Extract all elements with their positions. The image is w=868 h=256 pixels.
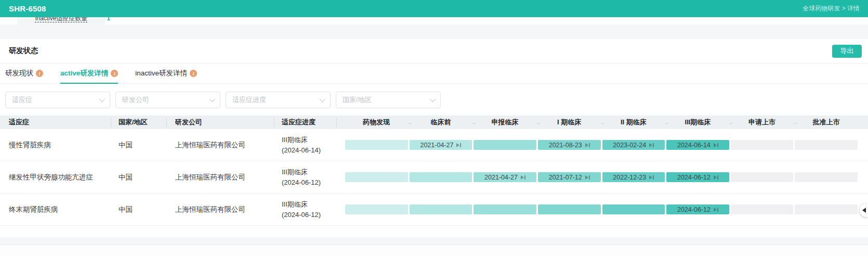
placeholder: 适应症进度 bbox=[232, 95, 266, 105]
stage-col-label: 药物发现 bbox=[363, 118, 390, 127]
step-forward-icon bbox=[649, 143, 654, 147]
stage-bar: 2021-04-272021-08-232023-02-242024-06-14 bbox=[337, 129, 868, 161]
clipped-value-fragment: 1 bbox=[107, 17, 110, 22]
play-bar bbox=[589, 175, 590, 180]
breadcrumb[interactable]: 全球药物研发 > 详情 bbox=[803, 4, 860, 13]
stage-date: 2021-04-27 bbox=[420, 142, 453, 149]
col-header-company: 研发公司 bbox=[167, 116, 274, 129]
stage-col-label: I 期临床 bbox=[557, 118, 581, 127]
play-triangle bbox=[585, 143, 588, 147]
play-bar bbox=[524, 175, 525, 180]
progress-date-text: (2024-06-12) bbox=[282, 210, 337, 220]
play-bar bbox=[653, 143, 654, 147]
stage-col-header: 药物发现→ bbox=[345, 116, 408, 129]
company-filter-select[interactable]: 研发公司 bbox=[115, 92, 220, 108]
stage-col-label: II 期临床 bbox=[621, 118, 647, 127]
country-cell: 中国 bbox=[111, 140, 167, 150]
play-triangle bbox=[585, 175, 588, 180]
stage-empty-segment bbox=[731, 204, 794, 214]
stage-progress-segment[interactable]: 2024-06-14 bbox=[666, 140, 729, 150]
stage-progress-segment bbox=[345, 204, 408, 214]
stage-date: 2021-08-23 bbox=[549, 142, 582, 149]
step-forward-icon bbox=[649, 175, 654, 180]
chevron-down-icon bbox=[320, 96, 325, 102]
stage-empty-segment bbox=[731, 140, 794, 150]
stage-progress-segment[interactable]: 2021-04-27 bbox=[474, 172, 536, 182]
info-icon[interactable]: i bbox=[190, 70, 197, 77]
indication-filter-select[interactable]: 适应症 bbox=[5, 92, 110, 108]
play-triangle bbox=[714, 175, 717, 180]
stage-columns-header: 药物发现→临床前→申报临床→I 期临床→II 期临床→III期临床→申请上市→批… bbox=[337, 116, 868, 129]
top-header-bar: SHR-6508 全球药物研发 > 详情 bbox=[0, 0, 868, 17]
stage-progress-segment[interactable]: 2022-12-23 bbox=[602, 172, 665, 182]
info-icon[interactable]: i bbox=[36, 70, 43, 77]
stage-date: 2023-02-24 bbox=[613, 142, 646, 149]
scrolled-card-remnant: inactive适应症数量 1 bbox=[0, 17, 868, 24]
play-triangle bbox=[714, 208, 717, 212]
stage-progress-segment bbox=[410, 172, 472, 182]
play-triangle bbox=[521, 175, 524, 180]
tab-rd-overview[interactable]: 研发现状 i bbox=[5, 63, 43, 83]
step-forward-icon bbox=[714, 208, 718, 212]
col-header-progress: 适应症进度 bbox=[274, 116, 337, 129]
tab-active-rd-details[interactable]: active研发详情 i bbox=[60, 63, 118, 83]
step-forward-icon bbox=[714, 143, 718, 147]
stage-empty-segment bbox=[795, 172, 858, 182]
stage-progress-segment[interactable]: 2021-07-12 bbox=[538, 172, 601, 182]
play-bar bbox=[653, 175, 654, 180]
drug-title: SHR-6508 bbox=[9, 4, 46, 13]
info-icon[interactable]: i bbox=[111, 70, 118, 77]
stage-progress-segment[interactable]: 2021-08-23 bbox=[538, 140, 601, 150]
stage-progress-segment[interactable]: 2024-06-12 bbox=[666, 172, 729, 182]
step-forward-icon bbox=[714, 175, 718, 180]
stage-progress-segment[interactable]: 2021-04-27 bbox=[410, 140, 472, 150]
play-bar bbox=[460, 143, 461, 147]
table-header-row: 适应症 国家/地区 研发公司 适应症进度 药物发现→临床前→申报临床→I 期临床… bbox=[0, 116, 868, 129]
stage-progress-segment bbox=[602, 204, 665, 214]
play-bar bbox=[589, 143, 590, 147]
stage-bar: 2024-06-12 bbox=[337, 194, 868, 225]
progress-date-text: (2024-06-12) bbox=[282, 177, 337, 188]
chevron-down-icon bbox=[430, 96, 436, 102]
country-cell: 中国 bbox=[111, 173, 167, 182]
stage-empty-segment bbox=[795, 140, 858, 150]
clipped-label: inactive适应症数量 bbox=[17, 17, 106, 23]
stage-progress-segment bbox=[474, 140, 536, 150]
stage-date: 2024-06-14 bbox=[677, 142, 711, 149]
step-forward-icon bbox=[456, 143, 461, 147]
stage-progress-segment[interactable]: 2024-06-12 bbox=[666, 204, 729, 214]
table-body: 慢性肾脏疾病中国上海恒瑞医药有限公司III期临床(2024-06-14)2021… bbox=[0, 129, 868, 226]
clipped-label-box: inactive适应症数量 bbox=[17, 17, 106, 24]
progress-date-text: (2024-06-14) bbox=[282, 145, 337, 156]
tabs-bar: 研发现状 i active研发详情 i inactive研发详情 i bbox=[0, 63, 868, 84]
stage-progress-segment[interactable]: 2023-02-24 bbox=[602, 140, 665, 150]
progress-stage-text: III期临床 bbox=[282, 135, 337, 145]
card-header: 研发状态 导出 bbox=[0, 39, 868, 63]
play-bar bbox=[717, 143, 718, 147]
country-filter-select[interactable]: 国家/地区 bbox=[336, 92, 441, 108]
export-button[interactable]: 导出 bbox=[832, 45, 862, 58]
stage-date: 2024-06-12 bbox=[677, 206, 711, 213]
rd-status-card: 研发状态 导出 研发现状 i active研发详情 i inactive研发详情… bbox=[0, 39, 868, 237]
indication-cell: 继发性甲状旁腺功能亢进症 bbox=[0, 173, 111, 182]
tab-label: inactive研发详情 bbox=[135, 69, 187, 78]
chevron-down-icon bbox=[99, 96, 105, 102]
company-cell: 上海恒瑞医药有限公司 bbox=[167, 140, 274, 150]
play-bar bbox=[717, 175, 718, 180]
tab-inactive-rd-details[interactable]: inactive研发详情 i bbox=[135, 63, 197, 83]
progress-filter-select[interactable]: 适应症进度 bbox=[226, 92, 331, 108]
next-card-remnant bbox=[0, 245, 868, 256]
play-triangle bbox=[456, 143, 459, 147]
stage-progress-segment bbox=[345, 172, 408, 182]
stage-progress-segment bbox=[538, 204, 601, 214]
tab-label: 研发现状 bbox=[5, 69, 33, 78]
progress-cell: III期临床(2024-06-14) bbox=[274, 135, 337, 156]
stage-col-header: 申报临床→ bbox=[474, 116, 536, 129]
placeholder: 国家/地区 bbox=[343, 95, 372, 105]
stage-empty-segment bbox=[795, 204, 858, 214]
company-cell: 上海恒瑞医药有限公司 bbox=[167, 205, 274, 214]
stage-col-label: III期临床 bbox=[685, 118, 711, 127]
chevron-down-icon bbox=[209, 96, 215, 102]
step-forward-icon bbox=[585, 175, 590, 180]
progress-cell: III期临床(2024-06-12) bbox=[274, 199, 337, 220]
